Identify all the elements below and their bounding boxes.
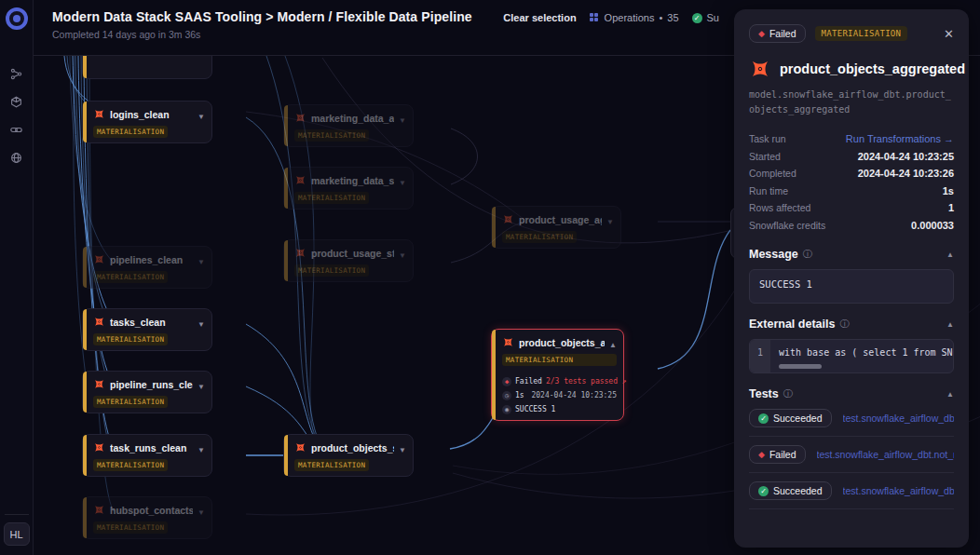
chevron-down-icon[interactable]: ▼ — [197, 383, 205, 391]
dag-node-product-objects-aggregated-selected[interactable]: product_objects_aggregated ▲ MATERIALISA… — [491, 329, 624, 421]
tests-passed-link[interactable]: 2/3 tests passed ↗ — [546, 377, 627, 386]
collapse-icon[interactable]: ▲ — [946, 320, 954, 329]
materialisation-badge: MATERIALISATION — [294, 192, 369, 204]
chevron-down-icon[interactable]: ▼ — [197, 320, 205, 329]
tests-section: Tests ⓘ ▲ ✓ Succeeded test.snowflake_air… — [749, 387, 954, 509]
clock-icon: ◷ — [502, 391, 511, 400]
dag-node-product-objects-staging[interactable]: product_objects_staging ▼ MATERIALISATIO… — [283, 434, 414, 477]
materialisation-badge: MATERIALISATION — [93, 333, 168, 345]
chevron-down-icon[interactable]: ▼ — [197, 258, 205, 266]
chevron-down-icon[interactable]: ▼ — [399, 251, 406, 260]
close-icon[interactable]: ✕ — [944, 27, 954, 41]
dag-node-marketing-data-aggregated[interactable]: marketing_data_aggregated ▼ MATERIALISAT… — [283, 104, 414, 147]
field-row: Rows affected 1 — [749, 199, 954, 217]
dbt-icon — [502, 336, 514, 348]
horizontal-scrollbar[interactable] — [779, 364, 822, 369]
chevron-up-icon[interactable]: ▲ — [609, 341, 617, 349]
operations-count: 35 — [667, 12, 678, 23]
node-title: pipeline_runs_clean — [110, 379, 193, 390]
panel-title: product_objects_aggregated — [780, 61, 965, 76]
chevron-down-icon[interactable]: ▼ — [399, 179, 406, 187]
field-row: Completed 2024-04-24 10:23:26 — [749, 165, 954, 183]
user-avatar[interactable]: HL — [4, 522, 30, 546]
message-section: Message ⓘ ▲ SUCCESS 1 — [749, 248, 954, 304]
materialisation-badge: MATERIALISATION — [294, 459, 369, 471]
test-status-badge: ✓ Succeeded — [749, 481, 832, 500]
dbt-icon — [93, 253, 105, 265]
node-title: logins_clean — [110, 109, 193, 120]
dag-node-product-usage-aggregated[interactable]: product_usage_aggregated ▼ MATERIALISATI… — [491, 206, 621, 249]
node-title: tasks_clean — [110, 317, 193, 328]
materialisation-badge: MATERIALISATION — [294, 264, 369, 277]
chevron-down-icon[interactable]: ▼ — [197, 113, 205, 121]
node-timestamp: 2024-04-24 10:23:25 — [531, 391, 617, 399]
dbt-icon — [294, 247, 306, 259]
materialisation-badge: MATERIALISATION — [93, 396, 168, 408]
failed-diamond-icon: ◆ — [758, 30, 765, 38]
dag-node-pipelines-clean[interactable]: pipelines_clean ▼ MATERIALISATION — [82, 246, 212, 289]
webhooks-globe-icon[interactable] — [7, 147, 27, 168]
dbt-icon — [294, 441, 306, 453]
node-title: pipelines_clean — [110, 254, 193, 265]
node-title: task_runs_clean — [110, 442, 193, 453]
sql-code-block: 1 with base as ( select 1 from SNOWFLAKE — [749, 339, 954, 373]
line-number: 1 — [750, 340, 770, 372]
dag-node-hubspot-contacts-clean[interactable]: hubspot_contacts_clean ▼ MATERIALISATION — [82, 496, 212, 539]
clear-selection-button[interactable]: Clear selection — [503, 12, 576, 23]
materialisation-badge: MATERIALISATION — [93, 521, 168, 534]
run-status-subtitle: Completed 14 days ago in 3m 36s — [52, 29, 472, 40]
chevron-down-icon[interactable]: ▼ — [606, 218, 614, 226]
failed-diamond-icon: ◆ — [758, 451, 765, 459]
node-runtime: 1s — [515, 391, 524, 399]
pipelines-nav-icon[interactable] — [7, 63, 27, 84]
test-link[interactable]: test.snowflake_airflow_dbt.unique_pro — [843, 413, 954, 424]
field-row: Task run Run Transformations → — [749, 130, 954, 148]
orchestra-logo[interactable] — [6, 7, 28, 30]
node-title: hubspot_contacts_clean — [110, 505, 193, 516]
node-title: product_objects_staging — [311, 442, 394, 453]
field-row: Run time 1s — [749, 183, 954, 200]
operations-stat: Operations • 35 — [590, 12, 679, 23]
failed-diamond-icon: ◆ — [502, 377, 511, 386]
materialisation-badge: MATERIALISATION — [502, 354, 617, 366]
node-title: product_usage_staging — [311, 248, 394, 259]
node-message: SUCCESS 1 — [515, 405, 555, 413]
chevron-down-icon[interactable]: ▼ — [197, 508, 205, 517]
node-title: product_usage_aggregated — [519, 214, 602, 225]
dag-node-marketing-data-staging[interactable]: marketing_data_staging ▼ MATERIALISATION — [283, 167, 414, 210]
node-status-label: Failed — [515, 377, 542, 386]
task-run-link[interactable]: Run Transformations → — [846, 133, 954, 144]
chevron-down-icon[interactable]: ▼ — [399, 116, 406, 125]
success-stat: ✓ Su — [692, 12, 719, 23]
dag-node-tasks-clean[interactable]: tasks_clean ▼ MATERIALISATION — [82, 308, 212, 351]
test-row: ◆ Failed test.snowflake_airflow_dbt.not_… — [749, 437, 954, 473]
materialisation-badge: MATERIALISATION — [93, 459, 168, 471]
integrations-link-icon[interactable] — [7, 119, 27, 140]
collapse-icon[interactable]: ▲ — [946, 390, 954, 399]
message-icon: ◉ — [502, 405, 511, 414]
dag-node-task-runs-clean[interactable]: task_runs_clean ▼ MATERIALISATION — [82, 434, 212, 477]
collapse-icon[interactable]: ▲ — [946, 250, 954, 259]
test-status-badge: ✓ Succeeded — [749, 409, 832, 427]
grid-icon — [590, 13, 600, 23]
external-details-header: External details — [749, 318, 835, 331]
message-header: Message — [749, 248, 798, 261]
dag-node-logins-clean[interactable]: logins_clean ▼ MATERIALISATION — [82, 101, 212, 143]
assets-cube-icon[interactable] — [7, 91, 27, 112]
model-identifier: model.snowflake_airflow_dbt.product_obje… — [749, 88, 954, 117]
test-link[interactable]: test.snowflake_airflow_dbt.not_null_pr — [843, 485, 954, 496]
dbt-icon — [93, 378, 105, 390]
dag-node-product-usage-staging[interactable]: product_usage_staging ▼ MATERIALISATION — [283, 239, 414, 282]
message-body: SUCCESS 1 — [749, 269, 954, 304]
dbt-icon — [93, 441, 105, 453]
dbt-icon — [93, 504, 105, 516]
dbt-icon — [93, 108, 105, 120]
dbt-icon — [502, 213, 514, 225]
field-row: Started 2024-04-24 10:23:25 — [749, 148, 954, 166]
chevron-down-icon[interactable]: ▼ — [197, 446, 205, 454]
app-sidebar: HL — [0, 0, 34, 555]
test-link[interactable]: test.snowflake_airflow_dbt.not_null_pr — [817, 449, 954, 460]
dag-node-pipeline-runs-clean[interactable]: pipeline_runs_clean ▼ MATERIALISATION — [82, 371, 212, 413]
chevron-down-icon[interactable]: ▼ — [399, 446, 406, 454]
dbt-icon — [93, 316, 105, 328]
